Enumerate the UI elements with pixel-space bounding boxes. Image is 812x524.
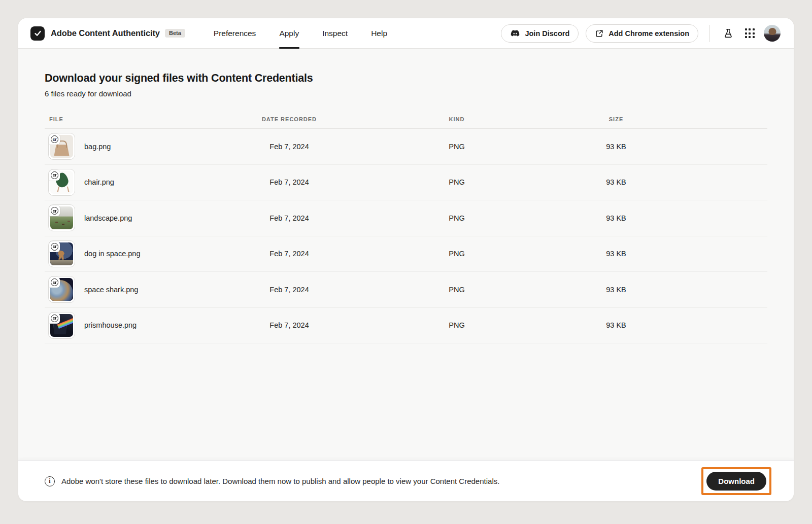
file-size: 93 KB xyxy=(523,250,709,258)
column-header-kind: Kind xyxy=(391,116,523,122)
app-title: Adobe Content Authenticity xyxy=(51,28,160,38)
experiments-flask-icon[interactable] xyxy=(721,26,735,41)
column-header-size: Size xyxy=(523,116,709,122)
page-title: Download your signed files with Content … xyxy=(45,72,767,85)
download-button[interactable]: Download xyxy=(706,472,766,491)
nav-item-apply[interactable]: Apply xyxy=(279,18,299,48)
storage-notice: i Adobe won't store these files to downl… xyxy=(45,476,499,486)
file-date: Feb 7, 2024 xyxy=(188,214,391,222)
join-discord-button[interactable]: Join Discord xyxy=(501,24,579,43)
table-row: cr chair.png Feb 7, 2024 PNG 93 KB xyxy=(45,165,767,201)
table-row: cr bag.png Feb 7, 2024 PNG 93 KB xyxy=(45,129,767,165)
file-date: Feb 7, 2024 xyxy=(188,286,391,294)
file-size: 93 KB xyxy=(523,286,709,294)
cr-badge-label: cr xyxy=(51,207,58,215)
storage-notice-text: Adobe won't store these files to downloa… xyxy=(61,477,499,485)
file-size: 93 KB xyxy=(523,178,709,186)
join-discord-label: Join Discord xyxy=(525,29,569,38)
table-header-row: File Date recorded Kind Size xyxy=(45,116,767,129)
cr-badge-label: cr xyxy=(51,135,58,143)
content-credentials-pin-icon: cr xyxy=(49,277,60,288)
files-table: File Date recorded Kind Size cr bag.png … xyxy=(45,116,767,343)
table-row: cr landscape.png Feb 7, 2024 PNG 93 KB xyxy=(45,200,767,236)
file-kind: PNG xyxy=(391,143,523,151)
annotation-highlight-box: Download xyxy=(701,467,771,495)
file-name: prismhouse.png xyxy=(84,321,137,329)
file-kind: PNG xyxy=(391,250,523,258)
download-footer-bar: i Adobe won't store these files to downl… xyxy=(18,461,794,501)
cr-badge-label: cr xyxy=(51,243,58,251)
nav-item-preferences[interactable]: Preferences xyxy=(214,18,256,48)
main-content: Download your signed files with Content … xyxy=(18,49,794,461)
file-date: Feb 7, 2024 xyxy=(188,250,391,258)
header-divider xyxy=(709,25,710,42)
files-ready-count: 6 files ready for download xyxy=(45,89,767,98)
file-date: Feb 7, 2024 xyxy=(188,143,391,151)
file-thumbnail: cr xyxy=(48,133,75,160)
top-navigation-bar: Adobe Content Authenticity Beta Preferen… xyxy=(18,18,794,49)
file-thumbnail: cr xyxy=(48,276,75,303)
table-row: cr space shark.png Feb 7, 2024 PNG 93 KB xyxy=(45,272,767,308)
nav-item-inspect[interactable]: Inspect xyxy=(322,18,348,48)
column-header-date-recorded: Date recorded xyxy=(188,116,391,122)
open-in-new-icon xyxy=(595,29,604,38)
content-credentials-pin-icon: cr xyxy=(49,205,60,216)
nav-item-help[interactable]: Help xyxy=(371,18,387,48)
cr-badge-label: cr xyxy=(51,278,58,286)
table-row: cr dog in space.png Feb 7, 2024 PNG 93 K… xyxy=(45,236,767,272)
file-thumbnail: cr xyxy=(48,169,75,196)
file-size: 93 KB xyxy=(523,321,709,329)
cr-badge-label: cr xyxy=(51,315,58,322)
app-window: Adobe Content Authenticity Beta Preferen… xyxy=(18,18,794,501)
file-kind: PNG xyxy=(391,214,523,222)
file-name: landscape.png xyxy=(84,214,132,222)
file-date: Feb 7, 2024 xyxy=(188,321,391,329)
file-thumbnail: cr xyxy=(48,204,75,231)
file-thumbnail: cr xyxy=(48,240,75,267)
file-size: 93 KB xyxy=(523,143,709,151)
file-date: Feb 7, 2024 xyxy=(188,178,391,186)
primary-nav: Preferences Apply Inspect Help xyxy=(214,18,387,48)
discord-icon xyxy=(510,28,520,39)
beta-badge: Beta xyxy=(165,29,185,38)
user-avatar[interactable] xyxy=(764,25,781,42)
file-thumbnail: cr xyxy=(48,312,75,339)
content-credentials-pin-icon: cr xyxy=(49,134,60,145)
file-kind: PNG xyxy=(391,286,523,294)
content-credentials-pin-icon: cr xyxy=(49,241,60,252)
file-name: space shark.png xyxy=(84,286,138,294)
content-credentials-pin-icon: cr xyxy=(49,313,60,324)
file-size: 93 KB xyxy=(523,214,709,222)
content-credentials-pin-icon: cr xyxy=(49,170,60,181)
file-kind: PNG xyxy=(391,178,523,186)
apps-grid-icon[interactable] xyxy=(742,26,757,41)
header-actions: Join Discord Add Chrome extension xyxy=(501,24,781,43)
file-name: dog in space.png xyxy=(84,250,140,258)
column-header-file: File xyxy=(45,116,188,122)
cr-badge-label: cr xyxy=(51,171,58,179)
add-chrome-extension-button[interactable]: Add Chrome extension xyxy=(586,24,698,43)
file-name: chair.png xyxy=(84,178,114,186)
info-icon: i xyxy=(45,476,55,486)
file-kind: PNG xyxy=(391,321,523,329)
file-name: bag.png xyxy=(84,143,111,151)
table-row: cr prismhouse.png Feb 7, 2024 PNG 93 KB xyxy=(45,308,767,344)
adobe-content-authenticity-logo-icon xyxy=(30,26,45,41)
add-chrome-extension-label: Add Chrome extension xyxy=(608,29,689,38)
